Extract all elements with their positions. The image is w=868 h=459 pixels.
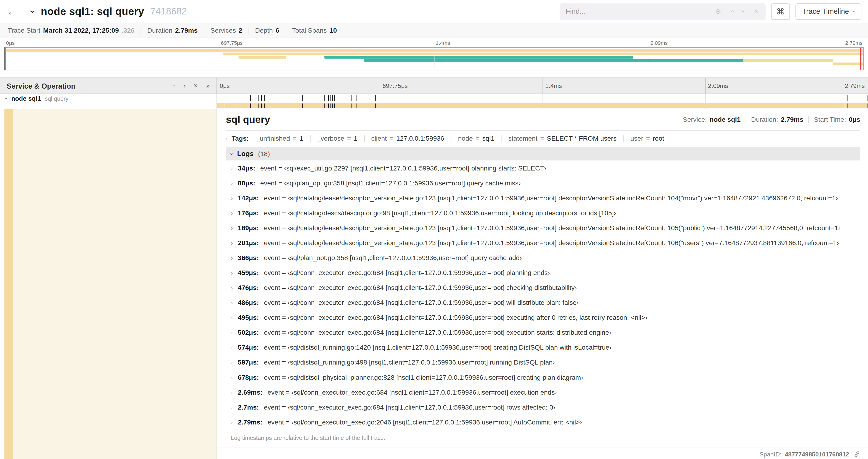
info-label: Trace Start xyxy=(8,27,40,34)
minimap-canvas[interactable] xyxy=(4,47,864,70)
log-marker xyxy=(250,104,251,108)
log-entry[interactable]: › 34μs: event = ‹sql/exec_util.go:2297 [… xyxy=(226,160,860,175)
tag-item: _unfinished = 1 xyxy=(256,135,303,142)
span-bar-area[interactable] xyxy=(217,94,868,102)
log-entry[interactable]: › 502μs: event = ‹sql/conn_executor_exec… xyxy=(226,325,860,340)
log-marker xyxy=(332,95,333,101)
next-result-icon[interactable]: › xyxy=(739,10,748,12)
log-entry[interactable]: › 2.69ms: event = ‹sql/conn_executor_exe… xyxy=(226,385,860,399)
trace-info-item: Services 2 xyxy=(211,27,242,34)
log-message: event = ‹sql/conn_executor_exec.go:684 [… xyxy=(264,403,555,411)
log-entry[interactable]: › 574μs: event = ‹sql/distsql_running.go… xyxy=(226,340,860,355)
info-value: 2.79ms xyxy=(175,27,198,34)
span-meta-item: Start Time: 0μs xyxy=(814,116,860,123)
info-label: Depth xyxy=(255,27,273,34)
span-id-label: SpanID: xyxy=(760,451,781,458)
find-bar: ⊕ › › × xyxy=(560,3,766,20)
view-selector-button[interactable]: Trace Timeline › xyxy=(796,3,862,20)
ruler-tick-label: 1.4ms xyxy=(545,82,562,89)
log-entry[interactable]: › 80μs: event = ‹sql/plan_opt.go:358 [ns… xyxy=(226,175,860,190)
logs-header[interactable]: › Logs (18) xyxy=(226,147,860,160)
log-entry[interactable]: › 2.7ms: event = ‹sql/conn_executor_exec… xyxy=(226,399,860,415)
log-entry[interactable]: › 176μs: event = ‹sql/catalog/descs/desc… xyxy=(226,205,860,220)
gridline xyxy=(542,78,543,94)
log-entry[interactable]: › 476μs: event = ‹sql/conn_executor_exec… xyxy=(226,280,860,295)
log-entry[interactable]: › 366μs: event = ‹sql/plan_opt.go:358 [n… xyxy=(226,250,860,265)
log-marker xyxy=(324,95,325,101)
span-meta-item: Duration: 2.79ms xyxy=(751,116,803,123)
log-entry[interactable]: › 486μs: event = ‹sql/conn_executor_exec… xyxy=(226,295,860,310)
tag-value: sql1 xyxy=(482,135,494,142)
log-entry[interactable]: › 495μs: event = ‹sql/conn_executor_exec… xyxy=(226,310,860,325)
info-label: Duration xyxy=(147,27,173,34)
chevron-right-icon: › xyxy=(231,284,233,291)
keyboard-shortcuts-button[interactable]: ⌘ xyxy=(771,3,790,20)
ruler-tick-label: 697.75μs xyxy=(382,82,408,89)
tag-separator xyxy=(364,135,365,142)
chevron-right-icon: › xyxy=(231,179,233,186)
log-marker xyxy=(261,95,262,101)
tag-item: statement = SELECT * FROM users xyxy=(508,135,617,142)
collapse-one-icon[interactable]: › xyxy=(170,85,178,87)
logs-footer-note: Log timestamps are relative to the start… xyxy=(226,429,860,442)
meta-separator xyxy=(808,116,809,123)
info-value-fraction: .326 xyxy=(122,27,134,34)
previous-result-icon[interactable]: › xyxy=(727,10,736,12)
find-input[interactable] xyxy=(560,7,708,15)
expand-one-icon[interactable]: › xyxy=(184,82,186,90)
log-marker xyxy=(225,95,225,101)
log-message: event = ‹sql/distsql_running.go:1420 [ns… xyxy=(264,343,612,351)
log-marker xyxy=(250,95,251,101)
log-marker xyxy=(356,95,357,101)
log-marker xyxy=(375,95,376,101)
log-entry[interactable]: › 201μs: event = ‹sql/catalog/lease/desc… xyxy=(226,235,860,250)
log-entry[interactable]: › 459μs: event = ‹sql/conn_executor_exec… xyxy=(226,265,860,280)
chevron-right-icon: › xyxy=(231,419,233,425)
find-controls: ⊕ › › × xyxy=(708,7,766,15)
tag-key: _verbose xyxy=(317,135,344,142)
expand-all-icon[interactable]: » xyxy=(206,82,210,90)
minimap-span-bar xyxy=(364,59,743,62)
trace-collapse-chevron-icon[interactable]: › xyxy=(27,10,38,13)
minimap-span-bar xyxy=(239,56,286,59)
log-timestamp: 80μs: xyxy=(238,179,255,187)
log-marker xyxy=(375,104,376,108)
tags-row[interactable]: › Tags: _unfinished = 1 _verbose = 1 cli… xyxy=(226,130,860,146)
top-bar: ← › node sql1: sql query 7418682 ⊕ › › ×… xyxy=(0,0,868,23)
chevron-right-icon: › xyxy=(231,299,233,305)
log-timestamp: 366μs: xyxy=(238,254,259,261)
log-message: event = ‹sql/conn_executor_exec.go:684 [… xyxy=(264,314,648,321)
log-timestamp: 2.69ms: xyxy=(238,388,262,396)
tag-key: statement xyxy=(508,135,537,142)
chevron-right-icon: › xyxy=(226,135,228,141)
tag-item: node = sql1 xyxy=(458,135,494,142)
log-entry[interactable]: › 678μs: event = ‹sql/distsql_physical_p… xyxy=(226,370,860,385)
equals-sign: = xyxy=(475,135,479,142)
span-expand-chevron-icon[interactable]: › xyxy=(3,97,9,99)
log-entry[interactable]: › 597μs: event = ‹sql/distsql_running.go… xyxy=(226,355,860,370)
span-detail-panel: sql query Service: node sql1 Duration: 2… xyxy=(217,109,868,448)
log-marker xyxy=(328,95,329,101)
log-entry[interactable]: › 142μs: event = ‹sql/catalog/lease/desc… xyxy=(226,190,860,205)
span-color-strip xyxy=(4,109,13,459)
equals-sign: = xyxy=(390,135,394,142)
tag-separator xyxy=(451,135,451,142)
log-entry[interactable]: › 189μs: event = ‹sql/catalog/lease/desc… xyxy=(226,220,860,235)
chevron-right-icon: › xyxy=(231,314,233,321)
span-row-label[interactable]: › node sql1 sql query xyxy=(0,94,217,102)
log-entry[interactable]: › 2.79ms: event = ‹sql/conn_executor_exe… xyxy=(226,415,860,429)
page-title: node sql1: sql query xyxy=(41,5,144,18)
info-label: Services xyxy=(211,27,236,34)
log-message: event = ‹sql/catalog/descs/descriptor.go… xyxy=(264,209,616,217)
zoom-to-results-icon[interactable]: ⊕ xyxy=(715,7,721,15)
back-arrow-icon[interactable]: ← xyxy=(6,5,23,18)
timeline-header: Service & Operation › › » » 0μs697.75μs1… xyxy=(0,77,868,94)
ruler-tick-label: 0μs xyxy=(220,82,230,89)
log-message: event = ‹sql/conn_executor_exec.go:2046 … xyxy=(268,418,582,426)
equals-sign: = xyxy=(646,135,650,142)
clear-search-icon[interactable]: × xyxy=(754,7,758,15)
timeline-header-left: Service & Operation › › » » xyxy=(0,78,217,94)
deep-link-icon[interactable] xyxy=(854,451,860,458)
log-message: event = ‹sql/catalog/lease/descriptor_ve… xyxy=(264,239,839,247)
collapse-all-icon[interactable]: » xyxy=(192,84,200,88)
